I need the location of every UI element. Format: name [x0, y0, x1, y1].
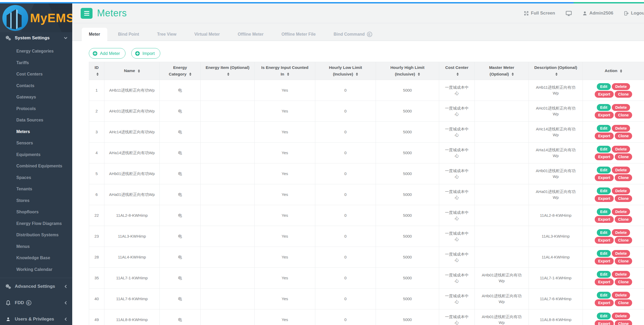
export-button[interactable]: Export [595, 216, 614, 223]
clone-button[interactable]: Clone [615, 195, 632, 202]
sidebar-item-data-sources[interactable]: Data Sources [0, 114, 72, 126]
clone-button[interactable]: Clone [615, 279, 632, 285]
column-header-energy-category[interactable]: Energy Category [160, 62, 201, 80]
edit-button[interactable]: Edit [597, 313, 611, 319]
display-mode-button[interactable] [566, 11, 572, 16]
tab-offline-meter-file[interactable]: Offline Meter File [274, 28, 323, 41]
tab-bind-command[interactable]: Bind Command E [326, 28, 379, 41]
sidebar-toggle-button[interactable] [81, 8, 93, 19]
clone-button[interactable]: Clone [615, 216, 632, 223]
full-screen-button[interactable]: Full Screen [524, 11, 555, 16]
sidebar-item-shopfloors[interactable]: Shopfloors [0, 206, 72, 218]
tab-offline-meter[interactable]: Offline Meter [231, 28, 271, 41]
clone-button[interactable]: Clone [615, 258, 632, 265]
clone-button[interactable]: Clone [615, 153, 632, 160]
delete-button[interactable]: Delete [612, 313, 630, 319]
app-logo[interactable]: MyEMS [0, 3, 72, 32]
edit-button[interactable]: Edit [597, 271, 611, 278]
sidebar-section-system-settings[interactable]: System Settings [0, 32, 72, 44]
edit-button[interactable]: Edit [597, 250, 611, 257]
tab-meter[interactable]: Meter [82, 28, 107, 41]
edit-button[interactable]: Edit [597, 229, 611, 236]
sidebar-item-tariffs[interactable]: Tariffs [0, 57, 72, 69]
delete-button[interactable]: Delete [612, 83, 630, 90]
sidebar-section-fdd[interactable]: FDD E [0, 297, 72, 309]
logout-button[interactable]: Logout [624, 11, 644, 16]
edit-button[interactable]: Edit [597, 125, 611, 132]
tab-bind-point[interactable]: Bind Point [111, 28, 146, 41]
sidebar-item-cost-centers[interactable]: Cost Centers [0, 68, 72, 80]
clone-button[interactable]: Clone [615, 320, 632, 325]
cell-description: AHc14进线柜正向有功Wp [529, 122, 583, 143]
delete-button[interactable]: Delete [612, 187, 630, 194]
sidebar-item-gateways[interactable]: Gateways [0, 91, 72, 103]
export-button[interactable]: Export [595, 299, 614, 306]
clone-button[interactable]: Clone [615, 133, 632, 139]
column-header-master-meter-optional[interactable]: Master Meter (Optional) [475, 62, 529, 80]
delete-button[interactable]: Delete [612, 104, 630, 111]
sidebar-section-advanced-settings[interactable]: Advanced Settings [0, 281, 72, 292]
sidebar-item-stores[interactable]: Stores [0, 195, 72, 206]
edit-button[interactable]: Edit [597, 104, 611, 111]
export-button[interactable]: Export [595, 320, 614, 325]
sidebar-item-energy-categories[interactable]: Energy Categories [0, 45, 72, 57]
tab-tree-view[interactable]: Tree View [150, 28, 184, 41]
column-header-energy-item-optional[interactable]: Energy Item (Optional) [201, 62, 255, 80]
column-header-cost-center[interactable]: Cost Center [439, 62, 475, 80]
clone-button[interactable]: Clone [615, 91, 632, 98]
sidebar-item-contacts[interactable]: Contacts [0, 80, 72, 92]
export-button[interactable]: Export [595, 195, 614, 202]
export-button[interactable]: Export [595, 91, 614, 98]
sidebar-item-menus[interactable]: Menus [0, 241, 72, 252]
export-button[interactable]: Export [595, 133, 614, 139]
import-button[interactable]: Import [131, 48, 160, 59]
export-button[interactable]: Export [595, 174, 614, 181]
export-button[interactable]: Export [595, 112, 614, 119]
edit-button[interactable]: Edit [597, 292, 611, 299]
edit-button[interactable]: Edit [597, 187, 611, 194]
edit-button[interactable]: Edit [597, 208, 611, 215]
delete-button[interactable]: Delete [612, 125, 630, 132]
clone-button[interactable]: Clone [615, 174, 632, 181]
sidebar-item-tenants[interactable]: Tenants [0, 183, 72, 195]
sidebar-item-combined-equipments[interactable]: Combined Equipments [0, 160, 72, 172]
sidebar-section-users-privileges[interactable]: Users & Privileges [0, 313, 72, 325]
sidebar-item-protocols[interactable]: Protocols [0, 103, 72, 115]
export-button[interactable]: Export [595, 258, 614, 265]
sidebar-item-meters[interactable]: Meters [0, 126, 72, 138]
export-button[interactable]: Export [595, 153, 614, 160]
delete-button[interactable]: Delete [612, 167, 630, 173]
sidebar-item-working-calendar[interactable]: Working Calendar [0, 264, 72, 275]
column-header-action[interactable]: Action [583, 62, 644, 80]
column-header-is-energy-input-counted-in[interactable]: Is Energy Input Counted In [255, 62, 315, 80]
column-header-hourly-low-limit-inclusive[interactable]: Hourly Low Limit (Inclusive) [315, 62, 376, 80]
column-header-id[interactable]: ID [89, 62, 104, 80]
delete-button[interactable]: Delete [612, 250, 630, 257]
edit-button[interactable]: Edit [597, 146, 611, 153]
sidebar-item-spaces[interactable]: Spaces [0, 172, 72, 183]
sidebar-item-knowledge-base[interactable]: Knowledge Base [0, 252, 72, 264]
column-header-name[interactable]: Name [104, 62, 160, 80]
column-header-description-optional[interactable]: Description (Optional) [529, 62, 583, 80]
clone-button[interactable]: Clone [615, 112, 632, 119]
delete-button[interactable]: Delete [612, 229, 630, 236]
delete-button[interactable]: Delete [612, 271, 630, 278]
user-menu[interactable]: Admin2506 [582, 11, 613, 16]
column-header-hourly-high-limit-inclusive[interactable]: Hourly High Limit (Inclusive) [376, 62, 439, 80]
clone-button[interactable]: Clone [615, 237, 632, 244]
cell-name: AHb01进线柜正向有功Wp [104, 163, 160, 184]
export-button[interactable]: Export [595, 279, 614, 285]
sidebar-item-sensors[interactable]: Sensors [0, 137, 72, 149]
delete-button[interactable]: Delete [612, 146, 630, 153]
sidebar-item-energy-flow-diagrams[interactable]: Energy Flow Diagrams [0, 218, 72, 229]
delete-button[interactable]: Delete [612, 208, 630, 215]
tab-virtual-meter[interactable]: Virtual Meter [187, 28, 227, 41]
add-meter-button[interactable]: Add Meter [89, 48, 125, 59]
clone-button[interactable]: Clone [615, 299, 632, 306]
sidebar-item-equipments[interactable]: Equipments [0, 149, 72, 161]
edit-button[interactable]: Edit [597, 83, 611, 90]
delete-button[interactable]: Delete [612, 292, 630, 299]
export-button[interactable]: Export [595, 237, 614, 244]
sidebar-item-distribution-systems[interactable]: Distribution Systems [0, 229, 72, 241]
edit-button[interactable]: Edit [597, 167, 611, 173]
